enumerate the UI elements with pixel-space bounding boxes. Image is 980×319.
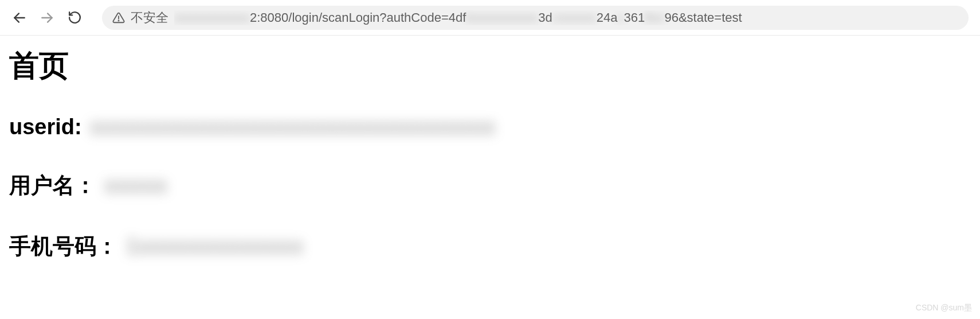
username-row: 用户名： xxxxx: [9, 171, 971, 200]
url-visible-segment: 361: [624, 10, 645, 25]
userid-value: xxxxxxxxxxxxxxxxxxxxxxxxxxxxxxxx: [90, 115, 496, 139]
username-label: 用户名：: [9, 171, 96, 200]
watermark: CSDN @sum墨: [916, 303, 972, 313]
phone-value: 1xxxxxxxxxxxxx: [126, 234, 304, 259]
url-hidden-segment: 8xx: [645, 10, 664, 25]
username-value: xxxxx: [104, 173, 168, 198]
page-content: 首页 userid: xxxxxxxxxxxxxxxxxxxxxxxxxxxxx…: [0, 36, 980, 303]
reload-button[interactable]: [66, 10, 83, 26]
url-text: xxxxxxxxxxxx 2:8080/login/scanLogin?auth…: [174, 10, 742, 25]
nav-buttons: [11, 10, 83, 26]
url-visible-segment: 96&state=test: [664, 10, 742, 25]
url-hidden-segment: lxxxxxxxxxxx: [466, 10, 538, 25]
browser-toolbar: 不安全 xxxxxxxxxxxx 2:8080/login/scanLogin?…: [0, 0, 980, 36]
url-hidden-segment: xxxxxxxxxxxx: [174, 10, 250, 25]
page-title: 首页: [9, 46, 971, 86]
svg-point-3: [118, 20, 119, 21]
url-hidden-segment: x: [617, 10, 624, 25]
phone-row: 手机号码： 1xxxxxxxxxxxxx: [9, 232, 971, 261]
url-visible-segment: 24a: [597, 10, 618, 25]
security-label: 不安全: [131, 9, 168, 26]
userid-row: userid: xxxxxxxxxxxxxxxxxxxxxxxxxxxxxxxx: [9, 115, 971, 139]
userid-label: userid:: [9, 115, 82, 139]
url-visible-segment: 3d: [538, 10, 552, 25]
phone-label: 手机号码：: [9, 232, 118, 261]
forward-button[interactable]: [39, 10, 55, 26]
url-hidden-segment: cxxxxxx: [552, 10, 597, 25]
warning-icon: [112, 11, 125, 24]
address-bar[interactable]: 不安全 xxxxxxxxxxxx 2:8080/login/scanLogin?…: [102, 6, 969, 30]
back-button[interactable]: [11, 10, 28, 26]
url-visible-segment: 2:8080/login/scanLogin?authCode=4df: [250, 10, 466, 25]
